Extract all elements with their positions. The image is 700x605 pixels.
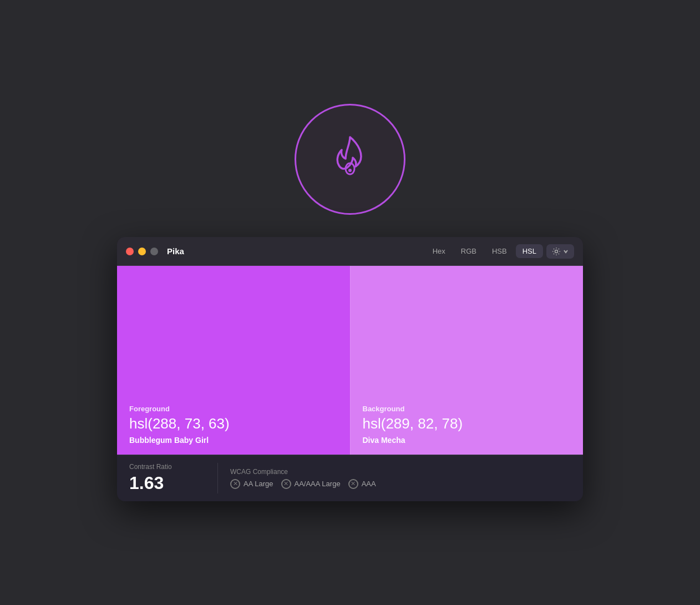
contrast-label: Contrast Ratio [129,463,205,471]
background-label: Background [363,405,571,413]
svg-point-2 [555,250,558,253]
svg-point-1 [348,169,352,172]
wcag-badges: ✕ AA Large ✕ AA/AAA Large ✕ AAA [230,479,376,489]
app-window: Pika Hex RGB HSB HSL Foreground hsl(288,… [117,237,583,501]
wcag-label: WCAG Compliance [230,468,376,476]
window-title: Pika [167,246,426,256]
maximize-button[interactable] [150,248,158,255]
wcag-badge-label-1: AA Large [244,480,273,488]
foreground-value: hsl(288, 73, 63) [129,415,338,432]
traffic-lights [126,248,158,255]
contrast-section: Contrast Ratio 1.63 [129,463,218,493]
tab-hex[interactable]: Hex [426,244,452,258]
contrast-value: 1.63 [129,473,205,493]
minimize-button[interactable] [138,248,146,255]
tab-hsl[interactable]: HSL [516,244,543,258]
tab-hsb[interactable]: HSB [485,244,514,258]
wcag-badge-label-3: AAA [362,480,376,488]
close-button[interactable] [126,248,134,255]
titlebar: Pika Hex RGB HSB HSL [117,237,583,266]
background-value: hsl(289, 82, 78) [363,415,571,432]
background-color-name: Diva Mecha [363,436,571,445]
tab-rgb[interactable]: RGB [454,244,483,258]
settings-button[interactable] [546,244,574,259]
wcag-badge-aaa: ✕ AAA [348,479,376,489]
gear-icon [552,247,561,256]
background-panel[interactable]: Background hsl(289, 82, 78) Diva Mecha [350,266,584,455]
foreground-color-name: Bubblegum Baby Girl [129,436,338,445]
wcag-badge-label-2: AA/AAA Large [295,480,341,488]
format-tabs: Hex RGB HSB HSL [426,244,543,258]
wcag-fail-icon-3: ✕ [348,479,358,489]
wcag-badge-aa-aaa-large: ✕ AA/AAA Large [281,479,341,489]
wcag-fail-icon-2: ✕ [281,479,291,489]
foreground-panel[interactable]: Foreground hsl(288, 73, 63) Bubblegum Ba… [117,266,350,455]
foreground-label: Foreground [129,405,338,413]
chevron-down-icon [563,249,569,254]
wcag-fail-icon-1: ✕ [230,479,240,489]
app-icon [295,104,405,215]
flame-icon [319,129,381,190]
wcag-badge-aa-large: ✕ AA Large [230,479,273,489]
bottom-bar: Contrast Ratio 1.63 WCAG Compliance ✕ AA… [117,455,583,501]
wcag-section: WCAG Compliance ✕ AA Large ✕ AA/AAA Larg… [230,468,376,489]
color-panels: Foreground hsl(288, 73, 63) Bubblegum Ba… [117,266,583,455]
